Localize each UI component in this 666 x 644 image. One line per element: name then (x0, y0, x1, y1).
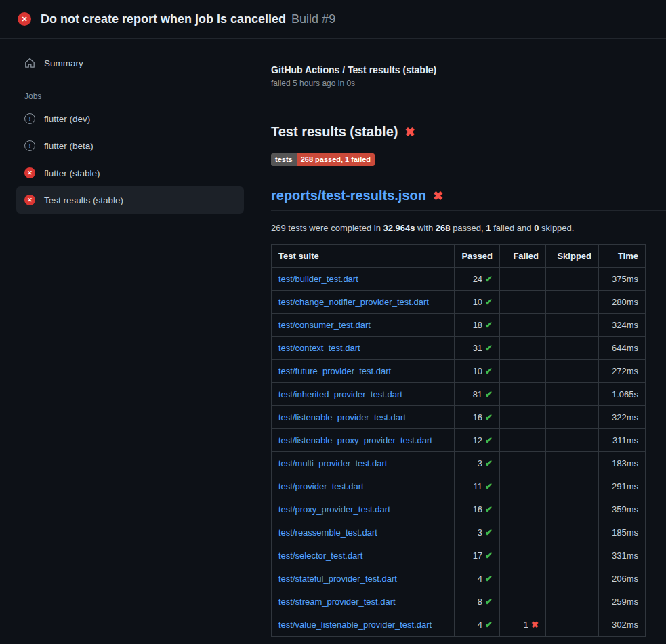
failed-cell (500, 429, 546, 452)
jobs-section-label: Jobs (24, 92, 236, 101)
test-suite-link[interactable]: test/proxy_provider_test.dart (278, 504, 390, 515)
test-suite-link[interactable]: test/selector_test.dart (278, 550, 362, 561)
time-cell: 280ms (599, 291, 646, 314)
time-cell: 331ms (599, 544, 646, 567)
breadcrumb: GitHub Actions / Test results (stable) (271, 64, 666, 75)
failed-cell (500, 475, 546, 498)
skipped-cell (546, 544, 599, 567)
summary-text: failed and (491, 223, 535, 233)
report-heading: reports/test-results.json ✖ (271, 188, 666, 211)
time-cell: 311ms (599, 429, 646, 452)
failed-cell (500, 521, 546, 544)
suite-cell: test/reassemble_test.dart (272, 521, 455, 544)
sidebar-item-summary[interactable]: Summary (16, 49, 244, 77)
test-suite-link[interactable]: test/builder_test.dart (278, 274, 358, 284)
table-row: test/stateful_provider_test.dart4✔206ms (272, 567, 646, 590)
time-cell: 302ms (599, 613, 646, 637)
check-icon: ✔ (485, 435, 493, 445)
test-suite-link[interactable]: test/future_provider_test.dart (278, 366, 391, 376)
check-icon: ✔ (485, 412, 493, 422)
check-icon: ✔ (485, 550, 493, 561)
check-icon: ✔ (485, 597, 493, 607)
failed-cell (500, 544, 546, 567)
failed-cell (500, 268, 546, 291)
main-content: GitHub Actions / Test results (stable) f… (260, 39, 666, 637)
section-title-text: Test results (stable) (271, 124, 398, 140)
suite-cell: test/proxy_provider_test.dart (272, 498, 455, 521)
table-row: test/provider_test.dart11✔291ms (272, 475, 646, 498)
skipped-cell (546, 291, 599, 314)
skipped-cell (546, 521, 599, 544)
check-icon: ✔ (485, 274, 493, 284)
check-icon: ✔ (485, 620, 493, 630)
test-suite-link[interactable]: test/inherited_provider_test.dart (278, 389, 402, 399)
test-suite-link[interactable]: test/stream_provider_test.dart (278, 597, 396, 607)
test-suite-link[interactable]: test/change_notifier_provider_test.dart (278, 297, 429, 307)
failed-cell (500, 590, 546, 613)
build-header: ✕ Do not create report when job is cance… (0, 0, 666, 39)
passed-cell: 10✔ (455, 291, 500, 314)
test-suite-link[interactable]: test/listenable_provider_test.dart (278, 412, 406, 422)
table-row: test/stream_provider_test.dart8✔259ms (272, 590, 646, 613)
report-link[interactable]: reports/test-results.json (271, 188, 426, 203)
test-suite-link[interactable]: test/listenable_proxy_provider_test.dart (278, 435, 432, 445)
stat-count: 16 (473, 504, 482, 515)
suite-cell: test/selector_test.dart (272, 544, 455, 567)
test-suite-link[interactable]: test/stateful_provider_test.dart (278, 573, 397, 584)
skipped-cell (546, 452, 599, 475)
skipped-cell (546, 360, 599, 383)
stat-count: 4 (478, 620, 482, 630)
results-table: Test suitePassedFailedSkippedTime test/b… (271, 244, 646, 637)
table-row: test/multi_provider_test.dart3✔183ms (272, 452, 646, 475)
table-row: test/listenable_provider_test.dart16✔322… (272, 406, 646, 429)
stat-count: 3 (478, 458, 482, 468)
table-row: test/reassemble_test.dart3✔185ms (272, 521, 646, 544)
failed-cell (500, 383, 546, 406)
suite-cell: test/listenable_provider_test.dart (272, 406, 455, 429)
stat-count: 11 (474, 481, 483, 491)
passed-cell: 24✔ (455, 268, 500, 291)
failed-cell (500, 452, 546, 475)
failed-cell (500, 567, 546, 590)
column-header: Test suite (272, 245, 455, 268)
passed-cell: 16✔ (455, 406, 500, 429)
test-suite-link[interactable]: test/consumer_test.dart (278, 320, 371, 330)
tests-badge: tests 268 passed, 1 failed (271, 153, 375, 166)
job-label: flutter (stable) (44, 168, 100, 178)
time-cell: 206ms (599, 567, 646, 590)
skipped-cell (546, 337, 599, 360)
job-label: flutter (beta) (44, 141, 93, 151)
passed-cell: 16✔ (455, 498, 500, 521)
sidebar-item-job[interactable]: ✕flutter (stable) (16, 159, 244, 186)
test-suite-link[interactable]: test/provider_test.dart (278, 481, 364, 491)
badge-value: 268 passed, 1 failed (297, 153, 375, 166)
summary-line: 269 tests were completed in 32.964s with… (271, 223, 666, 233)
suite-cell: test/provider_test.dart (272, 475, 455, 498)
passed-cell: 8✔ (455, 590, 500, 613)
time-cell: 272ms (599, 360, 646, 383)
time-cell: 259ms (599, 590, 646, 613)
check-icon: ✔ (485, 366, 493, 376)
skipped-cell (546, 406, 599, 429)
test-suite-link[interactable]: test/multi_provider_test.dart (278, 458, 387, 468)
time-cell: 291ms (599, 475, 646, 498)
skipped-cell (546, 613, 599, 637)
table-row: test/context_test.dart31✔644ms (272, 337, 646, 360)
passed-cell: 3✔ (455, 452, 500, 475)
table-row: test/selector_test.dart17✔331ms (272, 544, 646, 567)
jobs-list: !flutter (dev)!flutter (beta)✕flutter (s… (16, 105, 244, 214)
suite-cell: test/stateful_provider_test.dart (272, 567, 455, 590)
suite-cell: test/value_listenable_provider_test.dart (272, 613, 455, 637)
column-header: Skipped (546, 245, 599, 268)
test-suite-link[interactable]: test/value_listenable_provider_test.dart (278, 620, 432, 630)
summary-value: 1 (486, 223, 491, 233)
suite-cell: test/context_test.dart (272, 337, 455, 360)
sidebar-item-job[interactable]: !flutter (beta) (16, 132, 244, 159)
column-header: Time (599, 245, 646, 268)
suite-cell: test/multi_provider_test.dart (272, 452, 455, 475)
time-cell: 322ms (599, 406, 646, 429)
sidebar-item-job[interactable]: !flutter (dev) (16, 105, 244, 132)
sidebar-item-job[interactable]: ✕Test results (stable) (16, 186, 244, 214)
test-suite-link[interactable]: test/reassemble_test.dart (278, 527, 377, 538)
test-suite-link[interactable]: test/context_test.dart (278, 343, 360, 353)
